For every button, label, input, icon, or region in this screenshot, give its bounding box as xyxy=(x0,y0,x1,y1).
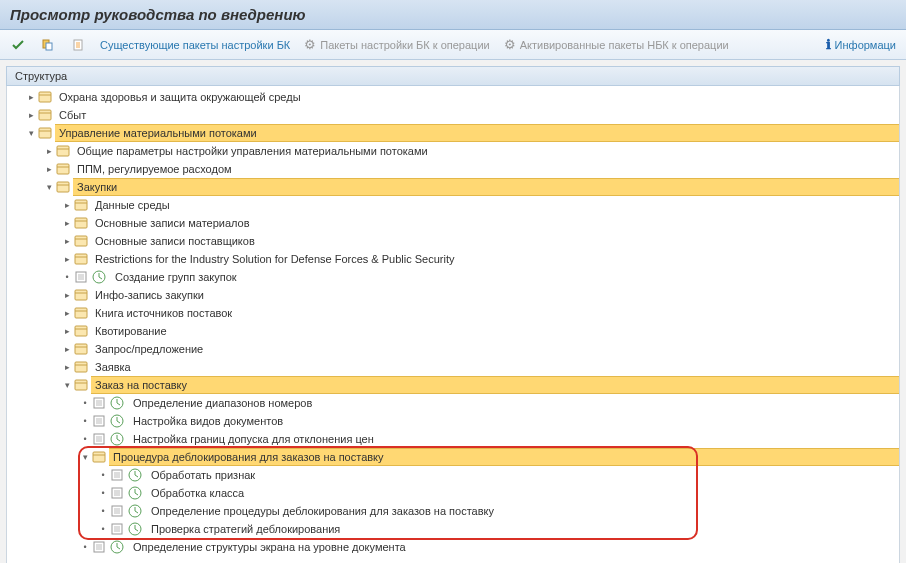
doc-icon[interactable] xyxy=(109,522,125,536)
tree-node[interactable]: Обработать признак xyxy=(147,469,259,481)
tree-node[interactable]: Определение процедуры деблокирования для… xyxy=(147,505,498,517)
folder-icon[interactable] xyxy=(55,144,71,158)
doc-icon[interactable] xyxy=(73,270,89,284)
folder-icon[interactable] xyxy=(73,306,89,320)
change-log-icon[interactable] xyxy=(70,37,86,53)
folder-icon[interactable] xyxy=(73,342,89,356)
tree-node[interactable]: Управление материальными потоками xyxy=(55,127,261,139)
folder-icon[interactable] xyxy=(55,162,71,176)
existing-bc-sets-link[interactable]: Существующие пакеты настройки БК xyxy=(100,39,290,51)
tree-node[interactable]: Основные записи поставщиков xyxy=(91,235,259,247)
tree-node[interactable]: Restrictions for the Industry Solution f… xyxy=(91,253,459,265)
svg-rect-15 xyxy=(75,290,87,300)
folder-icon[interactable] xyxy=(37,90,53,104)
expand-toggle[interactable]: ▸ xyxy=(25,92,37,102)
tree-node[interactable]: Проверка стратегий деблокирования xyxy=(147,523,344,535)
doc-icon[interactable] xyxy=(109,504,125,518)
leaf-bullet: • xyxy=(79,416,91,426)
svg-rect-1 xyxy=(46,43,52,50)
tree-node[interactable]: Закупки xyxy=(73,181,121,193)
expand-toggle[interactable]: ▸ xyxy=(61,362,73,372)
folder-icon[interactable] xyxy=(73,234,89,248)
tree-node[interactable]: Заявка xyxy=(91,361,135,373)
tree-node[interactable]: Книга источников поставок xyxy=(91,307,236,319)
execute-icon[interactable] xyxy=(109,540,125,554)
tree-node[interactable]: Инфо-запись закупки xyxy=(91,289,208,301)
svg-rect-20 xyxy=(75,380,87,390)
folder-icon[interactable] xyxy=(37,108,53,122)
folder-icon[interactable] xyxy=(73,252,89,266)
doc-icon[interactable] xyxy=(109,486,125,500)
tree-node[interactable]: Данные среды xyxy=(91,199,174,211)
execute-icon[interactable] xyxy=(127,522,143,536)
tree-node[interactable]: Определение диапазонов номеров xyxy=(129,397,316,409)
svg-rect-3 xyxy=(39,92,51,102)
activated-bc-sets-link[interactable]: ⚙ Активированные пакеты НБК к операции xyxy=(504,37,729,52)
leaf-bullet: • xyxy=(97,470,109,480)
expand-toggle[interactable]: ▸ xyxy=(61,218,73,228)
folder-icon[interactable] xyxy=(55,180,71,194)
tree-node[interactable]: Сбыт xyxy=(55,109,90,121)
folder-icon[interactable] xyxy=(73,378,89,392)
expand-toggle[interactable]: ▸ xyxy=(61,308,73,318)
tree-node[interactable]: Настройка видов документов xyxy=(129,415,287,427)
doc-icon[interactable] xyxy=(91,396,107,410)
expand-toggle[interactable]: ▸ xyxy=(61,290,73,300)
svg-rect-4 xyxy=(39,110,51,120)
expand-toggle[interactable]: ▸ xyxy=(61,326,73,336)
execute-icon[interactable] xyxy=(109,414,125,428)
svg-rect-7 xyxy=(57,164,69,174)
folder-icon[interactable] xyxy=(73,198,89,212)
information-link[interactable]: ℹ Информаци xyxy=(826,37,896,52)
folder-icon[interactable] xyxy=(73,216,89,230)
expand-toggle[interactable]: ▸ xyxy=(61,344,73,354)
expand-toggle[interactable]: ▾ xyxy=(79,452,91,462)
doc-icon[interactable] xyxy=(91,414,107,428)
bc-sets-for-activity-link[interactable]: ⚙ Пакеты настройки БК к операции xyxy=(304,37,489,52)
tree-node[interactable]: Основные записи материалов xyxy=(91,217,254,229)
doc-icon[interactable] xyxy=(91,540,107,554)
where-used-icon[interactable] xyxy=(40,37,56,53)
doc-icon[interactable] xyxy=(91,432,107,446)
tree-node[interactable]: Определение структуры экрана на уровне д… xyxy=(129,541,410,553)
folder-icon[interactable] xyxy=(37,126,53,140)
svg-rect-5 xyxy=(39,128,51,138)
tree-node[interactable]: Запрос/предложение xyxy=(91,343,207,355)
expand-toggle[interactable]: ▸ xyxy=(61,236,73,246)
doc-icon[interactable] xyxy=(109,468,125,482)
expand-toggle[interactable]: ▸ xyxy=(43,146,55,156)
execute-icon[interactable] xyxy=(109,432,125,446)
tree-node[interactable]: Обработка класса xyxy=(147,487,248,499)
execute-icon[interactable] xyxy=(91,270,107,284)
execute-icon[interactable] xyxy=(109,396,125,410)
folder-icon[interactable] xyxy=(73,288,89,302)
tree-node[interactable]: Общие параметры настройки управления мат… xyxy=(73,145,432,157)
tree-node[interactable]: Квотирование xyxy=(91,325,171,337)
info-icon: ℹ xyxy=(826,37,831,52)
leaf-bullet: • xyxy=(79,542,91,552)
expand-toggle[interactable]: ▸ xyxy=(61,200,73,210)
execute-icon[interactable] xyxy=(127,504,143,518)
expand-toggle[interactable]: ▸ xyxy=(25,110,37,120)
expand-toggle[interactable]: ▸ xyxy=(61,254,73,264)
img-tree[interactable]: ▸Охрана здоровья и защита окружающей сре… xyxy=(6,86,900,563)
expand-toggle[interactable]: ▾ xyxy=(43,182,55,192)
expand-toggle[interactable]: ▾ xyxy=(61,380,73,390)
execute-icon[interactable] xyxy=(127,486,143,500)
tree-node[interactable]: Заказ на поставку xyxy=(91,379,191,391)
expand-toggle[interactable]: ▸ xyxy=(43,164,55,174)
tree-node[interactable]: Создание групп закупок xyxy=(111,271,241,283)
leaf-bullet: • xyxy=(79,434,91,444)
tree-node[interactable]: ППМ, регулируемое расходом xyxy=(73,163,236,175)
execute-icon[interactable] xyxy=(127,468,143,482)
svg-rect-16 xyxy=(75,308,87,318)
tree-node[interactable]: Настройка границ допуска для отклонения … xyxy=(129,433,378,445)
tree-node[interactable]: Охрана здоровья и защита окружающей сред… xyxy=(55,91,305,103)
structure-panel-header: Структура xyxy=(6,66,900,86)
folder-icon[interactable] xyxy=(91,450,107,464)
folder-icon[interactable] xyxy=(73,360,89,374)
expand-toggle[interactable]: ▾ xyxy=(25,128,37,138)
check-icon[interactable] xyxy=(10,37,26,53)
folder-icon[interactable] xyxy=(73,324,89,338)
tree-node[interactable]: Процедура деблокирования для заказов на … xyxy=(109,451,388,463)
